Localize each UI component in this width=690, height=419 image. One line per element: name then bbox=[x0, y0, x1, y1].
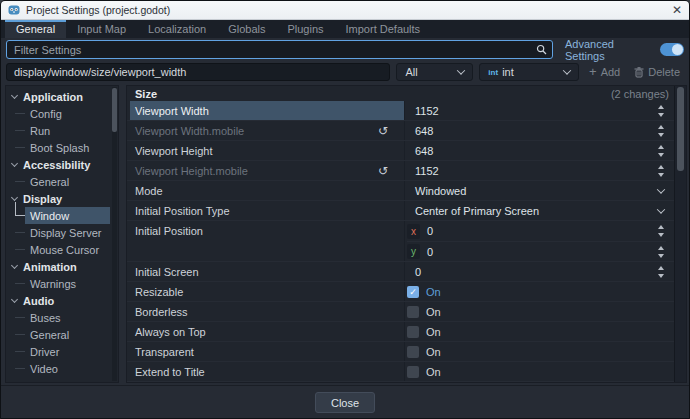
settings-scrollbar[interactable] bbox=[674, 86, 686, 382]
spinner-updown-icon[interactable] bbox=[657, 105, 666, 117]
delete-property-button[interactable]: Delete bbox=[630, 66, 684, 78]
tree-section-audio[interactable]: Audio bbox=[6, 292, 110, 309]
setting-name-cell[interactable]: Initial Position Type bbox=[127, 201, 404, 220]
section-title: Size bbox=[135, 88, 157, 100]
add-property-button[interactable]: + Add bbox=[585, 66, 624, 78]
tab-localization[interactable]: Localization bbox=[137, 20, 217, 38]
tree-item-warnings[interactable]: Warnings bbox=[6, 275, 110, 292]
on-label: On bbox=[426, 366, 441, 378]
setting-name-cell[interactable]: Viewport Width bbox=[127, 101, 404, 120]
value-text[interactable]: 1152 bbox=[415, 105, 439, 117]
setting-name-cell[interactable]: Initial Screen bbox=[127, 262, 404, 281]
tab-plugins[interactable]: Plugins bbox=[276, 20, 334, 38]
tree-item-buses[interactable]: Buses bbox=[6, 309, 110, 326]
tree-item-mouse-cursor[interactable]: Mouse Cursor bbox=[6, 241, 110, 258]
setting-row-resizable: Resizable✓On bbox=[127, 282, 674, 302]
spinner-updown-icon[interactable] bbox=[657, 165, 666, 177]
tree-item-general[interactable]: General bbox=[6, 173, 110, 190]
tree-item-run[interactable]: Run bbox=[6, 122, 110, 139]
tree-section-physics[interactable]: Physics bbox=[6, 377, 110, 383]
chevron-down-icon bbox=[11, 295, 18, 302]
value-text[interactable]: 648 bbox=[415, 125, 433, 137]
titlebar[interactable]: Project Settings (project.godot) ✕ bbox=[1, 1, 689, 20]
setting-name-cell[interactable]: Extend to Title bbox=[127, 362, 404, 381]
spinner-updown-icon[interactable] bbox=[657, 246, 666, 258]
settings-scrollbar-thumb[interactable] bbox=[677, 87, 684, 171]
spinner-updown-icon[interactable] bbox=[657, 145, 666, 157]
setting-label: Always on Top bbox=[135, 326, 206, 338]
tree-item-config[interactable]: Config bbox=[6, 105, 110, 122]
on-label: On bbox=[426, 326, 441, 338]
checkbox-unchecked[interactable] bbox=[407, 326, 419, 338]
setting-value-cell: Center of Primary Screen bbox=[404, 201, 674, 220]
tree-section-label: Application bbox=[23, 91, 83, 103]
checkbox-checked[interactable]: ✓ bbox=[407, 286, 419, 298]
on-label: On bbox=[426, 346, 441, 358]
setting-value-cell: x0y0 bbox=[404, 221, 674, 261]
setting-name-cell[interactable]: Viewport Width.mobile↺ bbox=[127, 121, 404, 140]
value-text[interactable]: 648 bbox=[415, 145, 433, 157]
advanced-settings-toggle[interactable] bbox=[660, 43, 684, 56]
spinner-updown-icon[interactable] bbox=[657, 266, 666, 278]
vector-x-row: x0 bbox=[407, 221, 666, 241]
setting-name-cell[interactable]: Initial Position bbox=[127, 221, 404, 261]
tab-general[interactable]: General bbox=[5, 20, 66, 38]
setting-label: Initial Position Type bbox=[135, 205, 230, 217]
tree-section-label: Physics bbox=[23, 380, 65, 384]
checkbox-unchecked[interactable] bbox=[407, 346, 419, 358]
revert-icon[interactable]: ↺ bbox=[378, 125, 388, 137]
window-close-icon[interactable]: ✕ bbox=[672, 4, 682, 16]
value-text[interactable]: 0 bbox=[427, 225, 433, 237]
tree-item-display-server[interactable]: Display Server bbox=[6, 224, 110, 241]
property-toolbar: All int int + Add Delete bbox=[1, 61, 689, 83]
checkbox-unchecked[interactable] bbox=[407, 366, 419, 378]
axis-x-chip: x bbox=[407, 224, 420, 239]
tab-input-map[interactable]: Input Map bbox=[66, 20, 137, 38]
setting-name-cell[interactable]: Viewport Height.mobile↺ bbox=[127, 161, 404, 180]
setting-row-transparent: TransparentOn bbox=[127, 342, 674, 362]
setting-name-cell[interactable]: Borderless bbox=[127, 302, 404, 321]
tree-item-window[interactable]: Window bbox=[6, 207, 110, 224]
tree-section-label: Audio bbox=[23, 295, 54, 307]
tree-item-video[interactable]: Video bbox=[6, 360, 110, 377]
sidebar-scrollbar[interactable] bbox=[112, 87, 117, 381]
feature-filter-dropdown[interactable]: All bbox=[396, 63, 473, 81]
sidebar-scrollbar-thumb[interactable] bbox=[112, 88, 117, 132]
filter-settings-input[interactable] bbox=[6, 40, 553, 59]
checkbox-unchecked[interactable] bbox=[407, 306, 419, 318]
setting-name-cell[interactable]: Always on Top bbox=[127, 322, 404, 341]
revert-icon[interactable]: ↺ bbox=[378, 165, 388, 177]
property-path-input[interactable] bbox=[6, 63, 390, 81]
tab-globals[interactable]: Globals bbox=[217, 20, 276, 38]
tree-item-boot-splash[interactable]: Boot Splash bbox=[6, 139, 110, 156]
value-text[interactable]: 0 bbox=[427, 246, 433, 258]
type-dropdown[interactable]: int int bbox=[479, 63, 579, 81]
dropdown-value[interactable]: Center of Primary Screen bbox=[415, 205, 539, 217]
setting-value-cell: On bbox=[404, 302, 674, 321]
setting-name-cell[interactable]: Mode bbox=[127, 181, 404, 200]
close-button[interactable]: Close bbox=[315, 392, 375, 413]
setting-name-cell[interactable]: Transparent bbox=[127, 342, 404, 361]
tree-item-general[interactable]: General bbox=[6, 326, 110, 343]
settings-panel: Size (2 changes) Viewport Width1152Viewp… bbox=[126, 85, 687, 383]
value-text[interactable]: 0 bbox=[415, 266, 421, 278]
spinner-updown-icon[interactable] bbox=[657, 125, 666, 137]
chevron-down-icon bbox=[657, 185, 665, 193]
setting-label: Initial Screen bbox=[135, 266, 199, 278]
setting-name-cell[interactable]: Resizable bbox=[127, 282, 404, 301]
setting-row-always-on-top: Always on TopOn bbox=[127, 322, 674, 342]
setting-name-cell[interactable]: Viewport Height bbox=[127, 141, 404, 160]
project-settings-dialog: Project Settings (project.godot) ✕ Gener… bbox=[0, 0, 690, 419]
setting-row-viewport-height: Viewport Height648 bbox=[127, 141, 674, 161]
chevron-down-icon bbox=[11, 91, 18, 98]
setting-value-cell: On bbox=[404, 322, 674, 341]
spinner-updown-icon[interactable] bbox=[657, 225, 666, 237]
tab-import-defaults[interactable]: Import Defaults bbox=[335, 20, 432, 38]
tree-section-application[interactable]: Application bbox=[6, 88, 110, 105]
setting-row-extend-to-title: Extend to TitleOn bbox=[127, 362, 674, 382]
dropdown-value[interactable]: Windowed bbox=[415, 185, 466, 197]
tree-item-driver[interactable]: Driver bbox=[6, 343, 110, 360]
tree-section-accessibility[interactable]: Accessibility bbox=[6, 156, 110, 173]
tree-section-animation[interactable]: Animation bbox=[6, 258, 110, 275]
value-text[interactable]: 1152 bbox=[415, 165, 439, 177]
